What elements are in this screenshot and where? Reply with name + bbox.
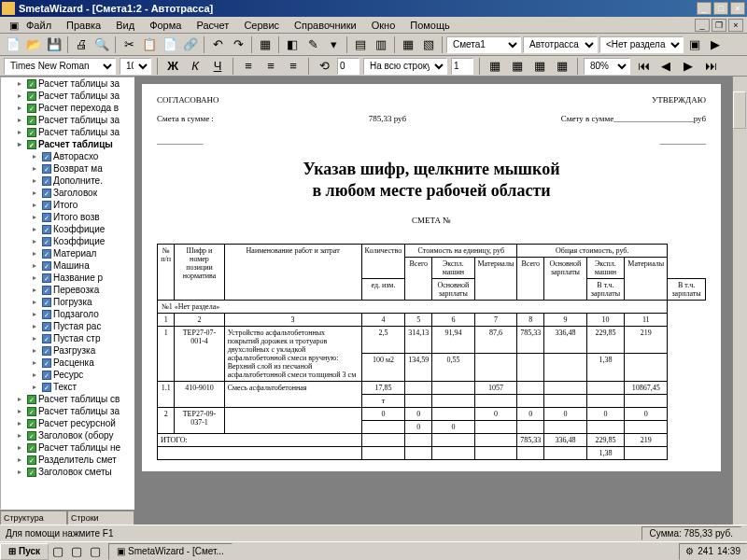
- section-combo[interactable]: <Нет раздела>: [599, 36, 684, 53]
- redo-icon[interactable]: ↷: [229, 35, 247, 54]
- menu-file[interactable]: Файл: [21, 19, 57, 32]
- tree-item[interactable]: ▸✓Возврат ма: [1, 162, 134, 175]
- tool-f-icon[interactable]: ▦: [399, 35, 417, 54]
- go-icon[interactable]: ▶: [706, 35, 725, 54]
- mdi-minimize[interactable]: _: [695, 19, 710, 32]
- tree-item[interactable]: ▸✓Расчет перехода в: [1, 102, 134, 114]
- form-icon[interactable]: ▦: [256, 35, 275, 54]
- save-icon[interactable]: 💾: [45, 35, 63, 54]
- tree-item[interactable]: ▸✓Пустая стр: [1, 332, 134, 344]
- tree-item[interactable]: ▸✓Коэффицие: [1, 223, 134, 235]
- tree-item[interactable]: ▸✓Перевозка: [1, 284, 134, 296]
- quicklaunch-2[interactable]: ▢: [67, 542, 86, 561]
- lines-combo[interactable]: На всю строку: [363, 58, 447, 75]
- nav-last-icon[interactable]: ⏭: [701, 57, 720, 76]
- tree-item[interactable]: ▸✓Разгрузка: [1, 344, 134, 357]
- tree-item[interactable]: ▸✓Расчет таблицы за: [1, 90, 134, 102]
- open-icon[interactable]: 📂: [24, 35, 43, 54]
- nav-prev-icon[interactable]: ◀: [656, 57, 675, 76]
- grid2-icon[interactable]: ▦: [508, 57, 527, 76]
- quicklaunch-3[interactable]: ▢: [86, 542, 105, 561]
- indent-input[interactable]: [337, 58, 359, 75]
- tree-item[interactable]: ▸✓Авторасхо: [1, 150, 134, 162]
- menu-refs[interactable]: Справочники: [289, 19, 362, 32]
- tree-item[interactable]: ▸✓Погрузка: [1, 296, 134, 308]
- tree-item[interactable]: ▸✓Разделитель смет: [1, 454, 134, 466]
- tool-e-icon[interactable]: ▥: [372, 35, 390, 54]
- align-center-icon[interactable]: ≡: [261, 57, 280, 76]
- menu-view[interactable]: Вид: [110, 19, 140, 32]
- menu-form[interactable]: Форма: [144, 19, 187, 32]
- menu-help[interactable]: Помощь: [404, 19, 456, 32]
- tool-a-icon[interactable]: ◧: [283, 35, 302, 54]
- paste-icon[interactable]: 📄: [161, 35, 179, 54]
- tree-item[interactable]: ▸✓Расценка: [1, 357, 134, 369]
- tree-item[interactable]: ▸✓Расчет таблицы за: [1, 405, 134, 417]
- fontsize-combo[interactable]: 10: [120, 58, 151, 75]
- align-right-icon[interactable]: ≡: [284, 57, 303, 76]
- menu-calc[interactable]: Расчет: [190, 19, 234, 32]
- tree-item[interactable]: ▸✓Ресурс: [1, 369, 134, 381]
- tool-c-icon[interactable]: ▾: [324, 35, 343, 54]
- tree-item[interactable]: ▸✓Заголовок (обору: [1, 429, 134, 441]
- object-combo[interactable]: Автотрасса: [523, 36, 598, 53]
- cut-icon[interactable]: ✂: [120, 35, 138, 54]
- taskbar-app[interactable]: ▣ SmetaWizard - [Смет...: [108, 543, 233, 560]
- undo-icon[interactable]: ↶: [208, 35, 227, 54]
- tab-structure[interactable]: Структура: [0, 511, 67, 525]
- link-icon[interactable]: 🔗: [181, 35, 200, 54]
- tree-item[interactable]: ▸✓Машина: [1, 259, 134, 272]
- tool-g-icon[interactable]: ▧: [419, 35, 438, 54]
- tree-item[interactable]: ▸✓Материал: [1, 247, 134, 259]
- tree-item[interactable]: ▸✓Заголовок: [1, 187, 134, 199]
- estimate-combo[interactable]: Смета1: [446, 36, 521, 53]
- tree-item[interactable]: ▸✓Расчет таблицы св: [1, 393, 134, 405]
- tree-item[interactable]: ▸✓Расчет таблицы за: [1, 77, 134, 90]
- font-combo[interactable]: Times New Roman: [4, 58, 116, 75]
- preview-icon[interactable]: 🔍: [92, 35, 111, 54]
- system-tray[interactable]: ⚙ 241 14:39: [679, 543, 747, 560]
- tree-item[interactable]: ▸✓Расчет ресурсной: [1, 417, 134, 429]
- tree-item[interactable]: ▸✓Дополните.: [1, 175, 134, 187]
- document-area[interactable]: СОГЛАСОВАНО УТВЕРЖДАЮ Смета в сумме : 78…: [134, 77, 747, 541]
- copy-icon[interactable]: 📋: [140, 35, 159, 54]
- quicklaunch-1[interactable]: ▢: [49, 542, 67, 561]
- menu-service[interactable]: Сервис: [238, 19, 285, 32]
- grid4-icon[interactable]: ▦: [553, 57, 571, 76]
- maximize-button[interactable]: □: [713, 2, 728, 15]
- close-button[interactable]: ×: [730, 2, 745, 15]
- tree-item[interactable]: ▸✓Расчет таблицы за: [1, 126, 134, 138]
- tab-rows[interactable]: Строки: [67, 511, 134, 525]
- italic-icon[interactable]: К: [186, 57, 204, 76]
- tree-item[interactable]: ▸✓Итого возв: [1, 211, 134, 223]
- tree-item[interactable]: ▸✓Подзаголо: [1, 308, 134, 320]
- mdi-restore[interactable]: ❐: [712, 19, 726, 32]
- start-button[interactable]: ⊞ Пуск: [0, 543, 49, 560]
- tree-item[interactable]: ▸✓Текст: [1, 381, 134, 393]
- wrap-icon[interactable]: ⟲: [315, 57, 333, 76]
- bold-icon[interactable]: Ж: [163, 57, 182, 76]
- print-icon[interactable]: 🖨: [72, 35, 91, 54]
- tree-item[interactable]: ▸✓Итого: [1, 199, 134, 211]
- mdi-close[interactable]: ×: [728, 19, 743, 32]
- tree-item[interactable]: ▸✓Коэффицие: [1, 235, 134, 247]
- menu-edit[interactable]: Правка: [61, 19, 106, 32]
- grid1-icon[interactable]: ▦: [486, 57, 504, 76]
- underline-icon[interactable]: Ч: [208, 57, 227, 76]
- nav-first-icon[interactable]: ⏮: [634, 57, 653, 76]
- align-left-icon[interactable]: ≡: [239, 57, 258, 76]
- tree-item[interactable]: ▸✓Расчет таблицы не: [1, 441, 134, 454]
- tree-item[interactable]: ▸✓Название р: [1, 272, 134, 284]
- tool-b-icon[interactable]: ✎: [303, 35, 322, 54]
- new-icon[interactable]: 📄: [4, 35, 22, 54]
- minimize-button[interactable]: _: [697, 2, 712, 15]
- tree-panel[interactable]: ▸✓Расчет таблицы за▸✓Расчет таблицы за▸✓…: [0, 77, 134, 510]
- toggle-icon[interactable]: ▣: [685, 35, 704, 54]
- zoom-combo[interactable]: 80%: [584, 58, 630, 75]
- tree-item[interactable]: ▸✓Расчет таблицы: [1, 138, 134, 150]
- nav-next-icon[interactable]: ▶: [679, 57, 698, 76]
- tool-d-icon[interactable]: ▤: [351, 35, 370, 54]
- cols-input[interactable]: [451, 58, 473, 75]
- vertical-scrollbar[interactable]: [732, 77, 747, 541]
- menu-window[interactable]: Окно: [366, 19, 402, 32]
